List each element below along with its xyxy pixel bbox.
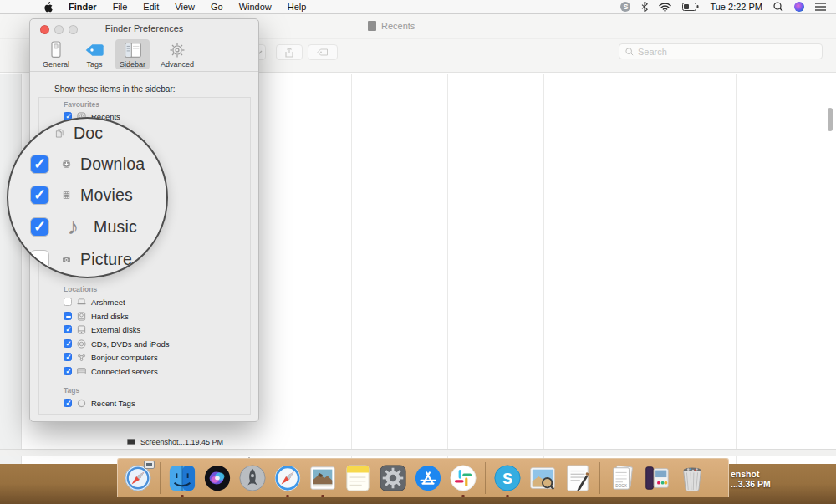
menu-clock[interactable]: Tue 2:22 PM bbox=[710, 2, 762, 12]
handoff-monitor-badge bbox=[144, 461, 155, 469]
movies-icon bbox=[62, 191, 71, 200]
sidebar-icon bbox=[124, 41, 142, 59]
music-checkbox bbox=[30, 217, 49, 237]
cds-dvds-checkbox[interactable] bbox=[64, 339, 72, 348]
dock: S DOCX bbox=[117, 458, 729, 497]
battery-icon[interactable] bbox=[682, 3, 699, 11]
svg-text:S: S bbox=[502, 471, 512, 487]
notification-center-icon[interactable] bbox=[815, 3, 826, 11]
dock-item-mail[interactable] bbox=[307, 462, 339, 494]
skype-status-icon[interactable]: S bbox=[620, 2, 630, 12]
bluetooth-icon[interactable] bbox=[641, 2, 648, 12]
running-indicator bbox=[506, 495, 509, 498]
finder-status-bar bbox=[0, 449, 836, 456]
dock-item-system-preferences[interactable] bbox=[377, 462, 409, 494]
menu-bar: Finder File Edit View Go Window Help S T… bbox=[0, 0, 836, 14]
external-disk-icon bbox=[77, 325, 86, 334]
downloads-icon bbox=[62, 160, 71, 169]
apple-logo-icon[interactable] bbox=[43, 2, 53, 13]
pictures-icon bbox=[62, 255, 71, 264]
cd-icon bbox=[77, 339, 86, 349]
advanced-icon bbox=[167, 41, 187, 59]
share-button[interactable] bbox=[276, 44, 303, 60]
dock-item-documents-stack[interactable]: DOCX bbox=[606, 462, 638, 494]
loupe-row-downloads: Downloa bbox=[30, 153, 145, 176]
dock-item-safari[interactable] bbox=[272, 462, 303, 494]
sidebar-item-arshmeet[interactable]: Arshmeet bbox=[64, 297, 125, 307]
documents-icon bbox=[55, 129, 64, 138]
dock-divider bbox=[599, 462, 600, 494]
menu-help[interactable]: Help bbox=[288, 2, 307, 12]
dock-item-launchpad[interactable] bbox=[237, 462, 268, 494]
loupe-row-movies: Movies bbox=[30, 184, 133, 206]
dock-item-skype[interactable]: S bbox=[492, 462, 523, 494]
tab-advanced[interactable]: Advanced bbox=[156, 39, 198, 69]
tab-general[interactable]: General bbox=[38, 39, 74, 69]
menu-edit[interactable]: Edit bbox=[143, 2, 159, 12]
sidebar-item-hard-disks[interactable]: Hard disks bbox=[64, 311, 129, 321]
finder-window-title: Recents bbox=[368, 21, 415, 31]
list-item[interactable]: Screenshot...1.19.45 PM bbox=[127, 436, 252, 447]
siri-icon[interactable] bbox=[794, 2, 804, 12]
server-icon bbox=[77, 367, 86, 376]
menu-finder[interactable]: Finder bbox=[69, 2, 97, 12]
music-icon: ♪ bbox=[62, 222, 84, 232]
vertical-scrollbar[interactable] bbox=[828, 108, 833, 131]
movies-checkbox bbox=[30, 186, 49, 205]
menu-window[interactable]: Window bbox=[239, 2, 272, 12]
search-input[interactable]: Search bbox=[619, 43, 823, 59]
menu-view[interactable]: View bbox=[175, 2, 195, 12]
section-label-favourites: Favourites bbox=[64, 100, 99, 109]
downloads-checkbox bbox=[30, 155, 49, 174]
dock-item-app-store[interactable] bbox=[412, 462, 444, 494]
menu-go[interactable]: Go bbox=[211, 2, 223, 12]
laptop-icon bbox=[77, 298, 86, 307]
tags-icon bbox=[84, 41, 104, 59]
external-disks-checkbox[interactable] bbox=[64, 325, 72, 333]
menu-file[interactable]: File bbox=[113, 2, 128, 12]
running-indicator bbox=[286, 495, 289, 498]
sidebar-item-external-disks[interactable]: External disks bbox=[64, 324, 140, 334]
spotlight-icon[interactable] bbox=[773, 2, 783, 12]
screenshot-file-icon bbox=[127, 439, 135, 445]
sidebar-item-recent-tags[interactable]: Recent Tags bbox=[64, 398, 135, 408]
tab-sidebar[interactable]: Sidebar bbox=[115, 39, 150, 69]
search-icon bbox=[625, 48, 634, 56]
finder-sidebar-sliver bbox=[0, 74, 22, 464]
dock-item-notes[interactable] bbox=[342, 462, 374, 494]
dock-item-slack[interactable] bbox=[447, 462, 479, 494]
hard-disk-icon bbox=[77, 312, 86, 321]
loupe-row-documents: Doc bbox=[55, 122, 103, 145]
svg-text:DOCX: DOCX bbox=[615, 484, 627, 488]
sidebar-item-connected-servers[interactable]: Connected servers bbox=[64, 366, 158, 376]
dock-item-siri[interactable] bbox=[201, 462, 233, 494]
bonjour-checkbox[interactable] bbox=[64, 353, 72, 361]
search-placeholder: Search bbox=[638, 47, 667, 57]
recent-tags-checkbox[interactable] bbox=[64, 399, 72, 407]
wifi-icon[interactable] bbox=[659, 3, 671, 12]
sidebar-item-bonjour[interactable]: Bonjour computers bbox=[64, 352, 158, 362]
sidebar-item-cds-dvds[interactable]: CDs, DVDs and iPods bbox=[64, 339, 169, 349]
arshmeet-checkbox[interactable] bbox=[64, 298, 72, 306]
running-indicator bbox=[321, 495, 324, 498]
tab-tags[interactable]: Tags bbox=[80, 39, 109, 69]
dock-item-trash[interactable] bbox=[676, 462, 708, 494]
hard-disks-checkbox[interactable] bbox=[64, 312, 72, 320]
dock-item-finder[interactable] bbox=[166, 462, 198, 494]
section-label-locations: Locations bbox=[64, 285, 97, 293]
dock-item-textedit[interactable] bbox=[562, 462, 594, 494]
recents-title-icon bbox=[368, 21, 376, 31]
dock-item-preview[interactable] bbox=[527, 462, 558, 494]
dock-item-safari-handoff[interactable] bbox=[122, 462, 154, 494]
general-icon bbox=[48, 41, 64, 59]
tag-circle-icon bbox=[77, 399, 86, 408]
section-label-tags: Tags bbox=[64, 386, 79, 395]
tag-button[interactable] bbox=[308, 44, 338, 60]
dock-item-downloads-stack[interactable] bbox=[641, 462, 673, 494]
desktop-file-label[interactable]: enshot ...3.36 PM bbox=[731, 469, 771, 489]
connected-servers-checkbox[interactable] bbox=[64, 367, 72, 375]
running-indicator bbox=[461, 495, 465, 498]
dock-divider bbox=[160, 462, 161, 494]
dock-divider bbox=[485, 462, 486, 494]
running-indicator bbox=[181, 495, 184, 498]
